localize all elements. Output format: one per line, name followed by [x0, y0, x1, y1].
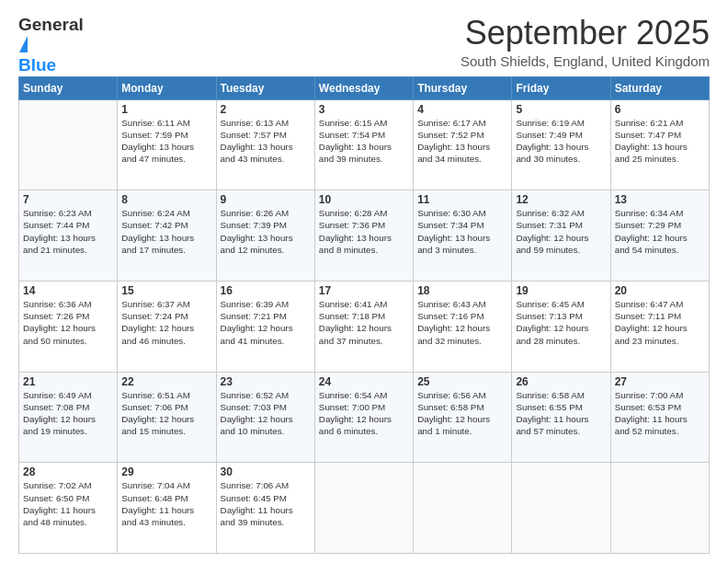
day-number: 12 [516, 193, 606, 206]
table-row: 18Sunrise: 6:43 AMSunset: 7:16 PMDayligh… [414, 281, 512, 372]
table-row: 28Sunrise: 7:02 AMSunset: 6:50 PMDayligh… [19, 463, 118, 554]
day-number: 10 [319, 193, 409, 206]
month-title: September 2025 [461, 15, 710, 52]
day-info: Sunrise: 7:02 AMSunset: 6:50 PMDaylight:… [23, 479, 113, 528]
table-row: 10Sunrise: 6:28 AMSunset: 7:36 PMDayligh… [314, 190, 413, 282]
day-number: 15 [121, 284, 211, 297]
table-row: 23Sunrise: 6:52 AMSunset: 7:03 PMDayligh… [216, 372, 314, 463]
day-info: Sunrise: 6:41 AMSunset: 7:18 PMDaylight:… [319, 298, 409, 347]
day-number: 13 [615, 193, 705, 206]
day-number: 14 [23, 284, 113, 297]
table-row: 2Sunrise: 6:13 AMSunset: 7:57 PMDaylight… [216, 99, 314, 190]
day-info: Sunrise: 6:23 AMSunset: 7:44 PMDaylight:… [23, 207, 113, 256]
weekday-header-row: Sunday Monday Tuesday Wednesday Thursday… [19, 76, 710, 99]
calendar-week-row: 28Sunrise: 7:02 AMSunset: 6:50 PMDayligh… [19, 463, 710, 554]
logo-line1: General [18, 15, 84, 54]
header-saturday: Saturday [610, 76, 709, 99]
table-row: 1Sunrise: 6:11 AMSunset: 7:59 PMDaylight… [118, 99, 216, 190]
day-number: 11 [417, 193, 507, 206]
day-info: Sunrise: 6:19 AMSunset: 7:49 PMDaylight:… [516, 117, 606, 166]
day-number: 2 [221, 103, 311, 116]
logo-triangle-icon [19, 36, 28, 52]
page: General Blue September 2025 South Shield… [0, 0, 728, 563]
day-info: Sunrise: 6:13 AMSunset: 7:57 PMDaylight:… [221, 117, 311, 166]
table-row: 21Sunrise: 6:49 AMSunset: 7:08 PMDayligh… [19, 372, 118, 463]
day-info: Sunrise: 6:45 AMSunset: 7:13 PMDaylight:… [516, 298, 606, 347]
day-info: Sunrise: 6:17 AMSunset: 7:52 PMDaylight:… [417, 117, 507, 166]
day-info: Sunrise: 6:49 AMSunset: 7:08 PMDaylight:… [23, 389, 113, 438]
table-row: 6Sunrise: 6:21 AMSunset: 7:47 PMDaylight… [610, 99, 709, 190]
day-number: 27 [615, 375, 705, 388]
title-block: September 2025 South Shields, England, U… [461, 15, 710, 69]
table-row: 4Sunrise: 6:17 AMSunset: 7:52 PMDaylight… [414, 99, 512, 190]
day-number: 21 [23, 375, 113, 388]
day-info: Sunrise: 6:52 AMSunset: 7:03 PMDaylight:… [221, 389, 311, 438]
day-info: Sunrise: 6:43 AMSunset: 7:16 PMDaylight:… [417, 298, 507, 347]
table-row: 14Sunrise: 6:36 AMSunset: 7:26 PMDayligh… [19, 281, 118, 372]
table-row [414, 463, 512, 554]
day-number: 17 [319, 284, 409, 297]
day-info: Sunrise: 6:54 AMSunset: 7:00 PMDaylight:… [319, 389, 409, 438]
table-row: 9Sunrise: 6:26 AMSunset: 7:39 PMDaylight… [216, 190, 314, 282]
day-info: Sunrise: 6:51 AMSunset: 7:06 PMDaylight:… [121, 389, 211, 438]
day-number: 1 [121, 103, 211, 116]
day-info: Sunrise: 6:24 AMSunset: 7:42 PMDaylight:… [121, 207, 211, 256]
day-number: 25 [417, 375, 507, 388]
day-info: Sunrise: 6:15 AMSunset: 7:54 PMDaylight:… [319, 117, 409, 166]
day-info: Sunrise: 6:36 AMSunset: 7:26 PMDaylight:… [23, 298, 113, 347]
header-friday: Friday [512, 76, 610, 99]
calendar-week-row: 1Sunrise: 6:11 AMSunset: 7:59 PMDaylight… [19, 99, 710, 190]
table-row: 13Sunrise: 6:34 AMSunset: 7:29 PMDayligh… [610, 190, 709, 282]
location-title: South Shields, England, United Kingdom [461, 53, 710, 69]
day-info: Sunrise: 6:26 AMSunset: 7:39 PMDaylight:… [221, 207, 311, 256]
day-number: 18 [417, 284, 507, 297]
table-row: 20Sunrise: 6:47 AMSunset: 7:11 PMDayligh… [610, 281, 709, 372]
header-thursday: Thursday [414, 76, 512, 99]
table-row: 12Sunrise: 6:32 AMSunset: 7:31 PMDayligh… [512, 190, 610, 282]
table-row: 7Sunrise: 6:23 AMSunset: 7:44 PMDaylight… [19, 190, 118, 282]
table-row: 24Sunrise: 6:54 AMSunset: 7:00 PMDayligh… [314, 372, 413, 463]
day-info: Sunrise: 6:21 AMSunset: 7:47 PMDaylight:… [615, 117, 705, 166]
header: General Blue September 2025 South Shield… [18, 15, 710, 69]
table-row [610, 463, 709, 554]
logo-line2: Blue [18, 55, 56, 75]
day-number: 19 [516, 284, 606, 297]
header-tuesday: Tuesday [216, 76, 314, 99]
header-monday: Monday [118, 76, 216, 99]
day-info: Sunrise: 6:32 AMSunset: 7:31 PMDaylight:… [516, 207, 606, 256]
table-row: 17Sunrise: 6:41 AMSunset: 7:18 PMDayligh… [314, 281, 413, 372]
calendar-week-row: 21Sunrise: 6:49 AMSunset: 7:08 PMDayligh… [19, 372, 710, 463]
day-info: Sunrise: 6:39 AMSunset: 7:21 PMDaylight:… [221, 298, 311, 347]
calendar-week-row: 7Sunrise: 6:23 AMSunset: 7:44 PMDaylight… [19, 190, 710, 282]
table-row: 26Sunrise: 6:58 AMSunset: 6:55 PMDayligh… [512, 372, 610, 463]
day-number: 16 [221, 284, 311, 297]
logo: General Blue [18, 15, 92, 56]
day-info: Sunrise: 6:11 AMSunset: 7:59 PMDaylight:… [121, 117, 211, 166]
day-info: Sunrise: 6:37 AMSunset: 7:24 PMDaylight:… [121, 298, 211, 347]
day-number: 8 [121, 193, 211, 206]
day-info: Sunrise: 6:34 AMSunset: 7:29 PMDaylight:… [615, 207, 705, 256]
day-info: Sunrise: 7:06 AMSunset: 6:45 PMDaylight:… [221, 479, 311, 528]
day-info: Sunrise: 6:47 AMSunset: 7:11 PMDaylight:… [615, 298, 705, 347]
day-number: 26 [516, 375, 606, 388]
table-row: 16Sunrise: 6:39 AMSunset: 7:21 PMDayligh… [216, 281, 314, 372]
day-number: 24 [319, 375, 409, 388]
table-row: 15Sunrise: 6:37 AMSunset: 7:24 PMDayligh… [118, 281, 216, 372]
header-sunday: Sunday [19, 76, 118, 99]
day-number: 20 [615, 284, 705, 297]
day-info: Sunrise: 6:30 AMSunset: 7:34 PMDaylight:… [417, 207, 507, 256]
calendar-table: Sunday Monday Tuesday Wednesday Thursday… [18, 76, 710, 554]
day-number: 9 [221, 193, 311, 206]
table-row: 19Sunrise: 6:45 AMSunset: 7:13 PMDayligh… [512, 281, 610, 372]
table-row [314, 463, 413, 554]
day-number: 7 [23, 193, 113, 206]
day-number: 28 [23, 465, 113, 478]
day-info: Sunrise: 7:04 AMSunset: 6:48 PMDaylight:… [121, 479, 211, 528]
day-number: 30 [221, 465, 311, 478]
day-info: Sunrise: 6:28 AMSunset: 7:36 PMDaylight:… [319, 207, 409, 256]
day-number: 23 [221, 375, 311, 388]
day-number: 6 [615, 103, 705, 116]
day-info: Sunrise: 6:56 AMSunset: 6:58 PMDaylight:… [417, 389, 507, 438]
header-wednesday: Wednesday [314, 76, 413, 99]
day-number: 29 [121, 465, 211, 478]
